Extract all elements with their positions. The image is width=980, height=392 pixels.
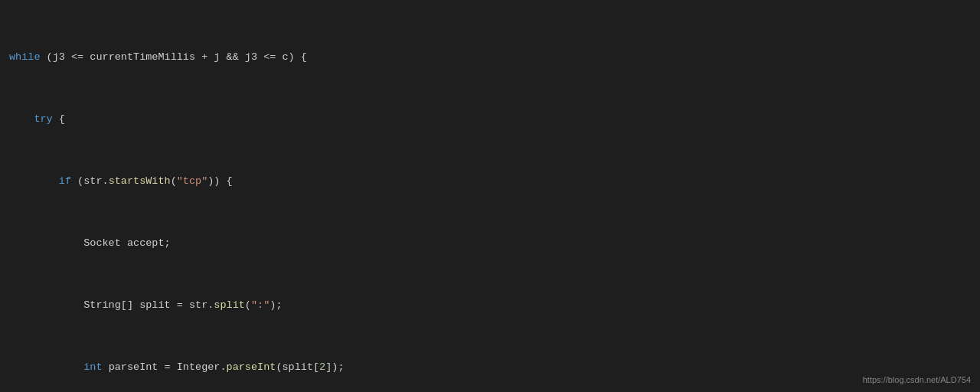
line-6: int parseInt = Integer.parseInt(split[2]… <box>0 360 980 375</box>
line-4: Socket accept; <box>0 236 980 251</box>
watermark: https://blog.csdn.net/ALD754 <box>863 374 971 387</box>
line-3: if (str.startsWith("tcp")) { <box>0 174 980 189</box>
line-2: try { <box>0 112 980 127</box>
line-5: String[] split = str.split(":"); <box>0 298 980 313</box>
code-block: while (j3 <= currentTimeMillis + j && j3… <box>0 0 980 392</box>
line-1: while (j3 <= currentTimeMillis + j && j3… <box>0 50 980 65</box>
